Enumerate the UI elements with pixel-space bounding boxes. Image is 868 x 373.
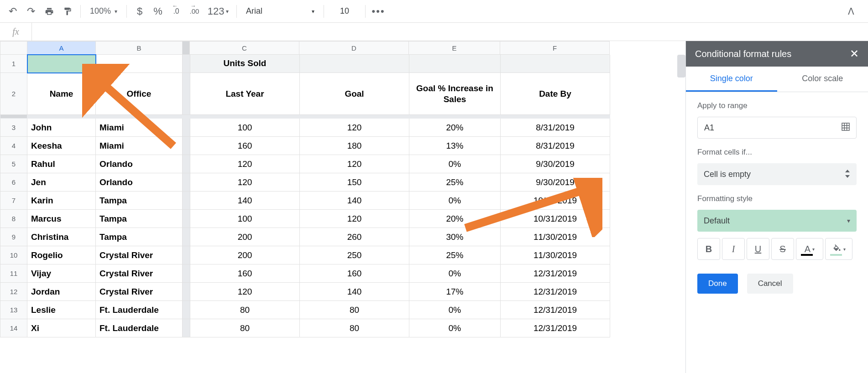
cell[interactable]: Tampa [96,210,183,228]
italic-button[interactable]: I [722,238,745,260]
row-header[interactable]: 7 [0,192,27,210]
cell[interactable]: 30% [409,228,501,246]
cell[interactable]: Tampa [96,228,183,246]
bold-button[interactable]: B [697,238,720,260]
cell[interactable]: Crystal River [96,264,183,283]
more-toolbar-button[interactable]: ••• [370,3,387,20]
percent-button[interactable]: % [150,3,166,20]
cell[interactable]: 120 [190,173,300,192]
cell[interactable]: 11/30/2019 [501,246,610,264]
font-size-input[interactable]: 10 [329,6,361,16]
print-button[interactable] [41,3,58,20]
spreadsheet-grid[interactable]: A B C D E F 1 Units Sold [0,41,685,373]
cancel-button[interactable]: Cancel [747,274,793,294]
increase-decimals-button[interactable]: .00→ [186,3,203,20]
undo-button[interactable]: ↶ [5,3,21,20]
cell[interactable]: Karin [27,192,96,210]
cell[interactable]: 11/30/2019 [501,228,610,246]
close-icon[interactable]: ✕ [850,47,859,60]
cell[interactable]: 160 [190,264,300,283]
cell-a1[interactable] [27,55,96,73]
cell[interactable]: 13% [409,137,501,155]
zoom-dropdown[interactable]: 100% ▾ [85,6,122,16]
strikethrough-button[interactable]: S [771,238,794,260]
row-header[interactable]: 9 [0,228,27,246]
cell[interactable]: 17% [409,283,501,301]
cell[interactable]: 120 [300,155,409,173]
cell[interactable]: Crystal River [96,283,183,301]
grid-select-icon[interactable] [842,123,850,133]
cell[interactable]: 12/31/2019 [501,283,610,301]
cell[interactable]: Miami [96,119,183,137]
cell[interactable]: Miami [96,137,183,155]
cell[interactable]: Orlando [96,155,183,173]
cell[interactable] [300,55,409,73]
cell[interactable]: Ft. Lauderdale [96,301,183,319]
cell[interactable]: Rahul [27,155,96,173]
row-header[interactable]: 2 [0,73,27,115]
cell[interactable] [409,55,501,73]
cell[interactable]: 9/30/2019 [501,155,610,173]
font-dropdown[interactable]: Arial ▾ [241,6,319,16]
cell[interactable]: 0% [409,192,501,210]
cell[interactable]: 9/30/2019 [501,173,610,192]
cell[interactable]: Marcus [27,210,96,228]
range-input[interactable]: A1 [697,117,857,139]
cell[interactable]: 250 [300,246,409,264]
cell[interactable]: 80 [190,301,300,319]
cell[interactable]: 120 [190,155,300,173]
cell[interactable]: 140 [190,192,300,210]
cell[interactable]: Name [27,73,96,115]
col-header-b[interactable]: B [96,41,183,55]
cell[interactable]: 8/31/2019 [501,119,610,137]
cell[interactable]: 25% [409,246,501,264]
cell[interactable]: Goal [300,73,409,115]
col-header-f[interactable]: F [500,41,610,55]
cell[interactable]: Date By [501,73,610,115]
cell[interactable]: 140 [300,283,409,301]
row-header[interactable]: 4 [0,137,27,155]
number-format-dropdown[interactable]: 123▾ [204,3,232,20]
tab-color-scale[interactable]: Color scale [777,67,868,92]
cell[interactable]: Office [96,73,183,115]
cell[interactable]: 180 [300,137,409,155]
col-header-c[interactable]: C [190,41,299,55]
cell[interactable]: 120 [300,119,409,137]
cell[interactable]: 200 [190,246,300,264]
cell[interactable]: 0% [409,264,501,283]
paint-format-button[interactable] [59,3,76,20]
cell[interactable]: Christina [27,228,96,246]
vertical-scrollbar[interactable] [677,55,685,78]
row-header[interactable]: 12 [0,283,27,301]
cell[interactable]: 80 [300,319,409,337]
cell[interactable]: Keesha [27,137,96,155]
cell[interactable]: 10/31/2019 [501,210,610,228]
done-button[interactable]: Done [697,274,738,294]
row-header[interactable]: 5 [0,155,27,173]
decrease-decimals-button[interactable]: .0← [168,3,184,20]
cell[interactable]: Tampa [96,192,183,210]
formula-input[interactable] [32,23,868,41]
row-header[interactable]: 8 [0,210,27,228]
cell[interactable]: 100 [190,210,300,228]
cell[interactable]: Rogelio [27,246,96,264]
cell[interactable]: 12/31/2019 [501,301,610,319]
cell[interactable]: Vijay [27,264,96,283]
cell[interactable] [501,55,610,73]
cell[interactable]: 20% [409,210,501,228]
cell[interactable]: 200 [190,228,300,246]
cell[interactable]: 0% [409,301,501,319]
cell[interactable]: Leslie [27,301,96,319]
tab-single-color[interactable]: Single color [686,67,777,92]
cell[interactable]: 120 [190,283,300,301]
col-header-d[interactable]: D [299,41,409,55]
cell[interactable]: 8/31/2019 [501,137,610,155]
row-header[interactable]: 11 [0,264,27,283]
cell[interactable]: 12/31/2019 [501,264,610,283]
cell[interactable]: 150 [300,173,409,192]
cell[interactable]: 12/31/2019 [501,319,610,337]
select-all-corner[interactable] [0,41,27,55]
condition-dropdown[interactable]: Cell is empty [697,163,857,185]
cell[interactable]: 160 [190,137,300,155]
cell[interactable]: Jordan [27,283,96,301]
